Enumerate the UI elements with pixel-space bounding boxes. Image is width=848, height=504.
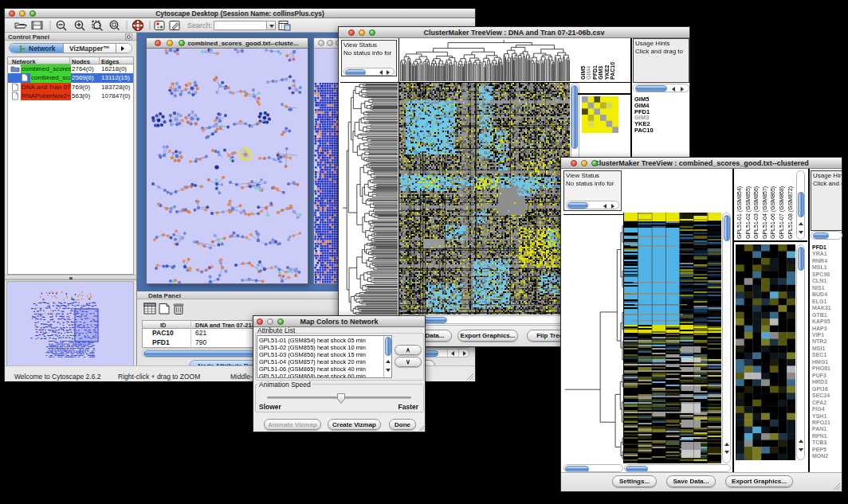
network-table-row[interactable]: combined_scores2764(0)16218(0) (8, 64, 133, 73)
dialog-titlebar[interactable]: Map Colors to Network (253, 316, 425, 327)
scrollbar-thumb[interactable] (345, 69, 366, 76)
scroll-arrow-icon[interactable] (672, 87, 675, 92)
scroll-arrow-icon[interactable] (724, 451, 729, 454)
tv2-status-scrollbar[interactable] (566, 201, 619, 209)
scrollbar-thumb[interactable] (724, 215, 730, 241)
scrollbar-thumb[interactable] (567, 202, 588, 209)
minimize-button[interactable] (581, 160, 587, 166)
help-lifering-icon[interactable] (133, 21, 143, 31)
minimize-button[interactable] (359, 29, 365, 36)
attribute-list-item[interactable]: GPL51-01 (GSM854) heat shock 05 min (259, 337, 366, 344)
node-palette-icon[interactable] (155, 21, 164, 30)
tv1-zoom-heatmap[interactable] (582, 96, 618, 133)
scrollbar-thumb[interactable] (798, 247, 804, 271)
scrollbar-thumb[interactable] (798, 192, 804, 217)
search-dropdown-button[interactable] (266, 21, 276, 30)
tv2-main-hscroll[interactable] (624, 464, 731, 472)
scroll-arrow-icon[interactable] (799, 440, 803, 443)
tv1-heatmap[interactable] (399, 83, 570, 315)
zoom-button[interactable] (179, 40, 185, 46)
scrollbar-thumb[interactable] (635, 85, 667, 92)
export-graphics-button[interactable]: Export Graphics... (725, 475, 793, 487)
scrollbar-thumb[interactable] (813, 232, 829, 239)
scroll-arrow-icon[interactable] (451, 351, 454, 356)
scroll-arrow-icon[interactable] (799, 222, 803, 225)
zoom-button[interactable] (277, 318, 284, 325)
create-vizmap-button[interactable]: Create Vizmap (328, 419, 381, 430)
tv1-row-dendrogram[interactable] (341, 83, 398, 315)
tv1-status-scrollbar[interactable] (344, 68, 395, 76)
main-titlebar[interactable]: Cytoscape Desktop (Session Name: collins… (5, 9, 475, 18)
zoom-in-icon[interactable] (75, 21, 84, 30)
treeview1-titlebar[interactable]: ClusterMaker TreeView : DNA and Tran 07-… (339, 27, 689, 38)
delete-attribute-icon[interactable] (174, 304, 183, 315)
tv2-row-dendrogram[interactable] (563, 214, 623, 461)
save-data-button[interactable]: Save Data... (666, 475, 716, 487)
search-config-icon[interactable] (277, 18, 293, 33)
scroll-arrow-icon[interactable] (463, 351, 466, 356)
tv2-heatmap[interactable] (624, 213, 721, 463)
resize-grip[interactable] (833, 483, 841, 490)
scroll-arrow-icon[interactable] (386, 369, 391, 372)
scrollbar-thumb[interactable] (385, 337, 391, 356)
close-button[interactable] (348, 29, 355, 36)
tv2-vscroll[interactable] (722, 213, 731, 463)
scroll-arrow-icon[interactable] (681, 87, 684, 92)
tv1-labels-hscroll[interactable] (633, 84, 689, 92)
close-button[interactable] (155, 40, 161, 46)
zoom-button[interactable] (369, 29, 375, 36)
attribute-list-item[interactable]: GPL51-04 (GSM857) heat shock 20 min (259, 358, 366, 365)
zoom-button[interactable] (591, 160, 598, 166)
open-folder-icon[interactable] (15, 23, 27, 28)
tv2-zoom-vscroll[interactable] (796, 244, 805, 460)
network-window-1[interactable]: combined_scores_good.txt--cluste... (146, 37, 308, 284)
scrollbar-thumb[interactable] (565, 466, 589, 472)
close-button[interactable] (9, 10, 15, 17)
tv1-column-dendrogram[interactable] (399, 38, 570, 81)
attribute-list-item[interactable]: GPL51-03 (GSM856) heat shock 15 min (259, 351, 366, 358)
attribute-list-item[interactable]: GPL51-06 (GSM865) heat shock 40 min (259, 365, 366, 373)
scroll-arrow-icon[interactable] (603, 204, 607, 209)
scrollbar-thumb[interactable] (626, 466, 648, 472)
panel-splitter[interactable] (5, 275, 136, 280)
save-icon[interactable] (32, 21, 42, 29)
network-table-row[interactable]: combined_sco2569(6)13112(15) (8, 73, 133, 82)
dialog-resize-grip[interactable] (418, 425, 425, 432)
export-graphics-button[interactable]: Export Graphics... (457, 330, 518, 342)
move-up-button[interactable]: ∧ (395, 345, 422, 355)
animate-vizmap-button[interactable]: Animate Vizmap (264, 419, 321, 430)
scroll-arrow-icon[interactable] (799, 448, 803, 451)
scroll-arrow-icon[interactable] (724, 443, 729, 446)
scroll-arrow-icon[interactable] (799, 231, 803, 234)
zoom-out-icon[interactable] (57, 21, 66, 30)
attribute-list[interactable]: GPL51-01 (GSM854) heat shock 05 minGPL51… (257, 335, 392, 378)
scroll-arrow-icon[interactable] (611, 204, 614, 209)
attribute-table-icon[interactable] (144, 303, 155, 314)
attr-column-header[interactable]: ID (160, 322, 167, 329)
tv2-labels-vscroll[interactable] (796, 170, 805, 240)
attribute-list-item[interactable]: GPL51-02 (GSM855) heat shock 10 min (259, 344, 366, 351)
tab-overflow[interactable] (116, 44, 132, 53)
annotation-icon[interactable] (170, 21, 179, 30)
scrollbar-thumb[interactable] (571, 85, 578, 149)
speed-slider-thumb[interactable] (336, 393, 346, 404)
minimize-button[interactable] (327, 40, 333, 46)
close-button[interactable] (257, 318, 263, 325)
minimize-button[interactable] (19, 10, 26, 17)
tv2-dendro-hscroll[interactable] (563, 464, 623, 472)
network-table-row[interactable]: RNAPuberNov2+N563(0)107847(0) (8, 92, 133, 100)
float-panel-icon[interactable] (125, 33, 132, 41)
network1-canvas[interactable] (147, 49, 308, 283)
settings-button[interactable]: Settings... (612, 475, 657, 487)
tab-vizmapper[interactable]: VizMapper™ (64, 44, 116, 53)
resize-grip[interactable] (466, 373, 474, 381)
done-button[interactable]: Done (389, 419, 416, 430)
birdseye-view[interactable] (6, 281, 134, 366)
attribute-list-item[interactable]: GPL51-07 (GSM868) heat shock 60 min (259, 373, 366, 378)
zoom-button[interactable] (29, 10, 36, 17)
tv2-zoom-heatmap[interactable] (736, 244, 795, 460)
move-down-button[interactable]: ∨ (395, 357, 422, 367)
tv2-labels-hscroll[interactable] (811, 231, 842, 240)
close-button[interactable] (571, 160, 577, 166)
zoom-selected-icon[interactable] (92, 21, 103, 31)
